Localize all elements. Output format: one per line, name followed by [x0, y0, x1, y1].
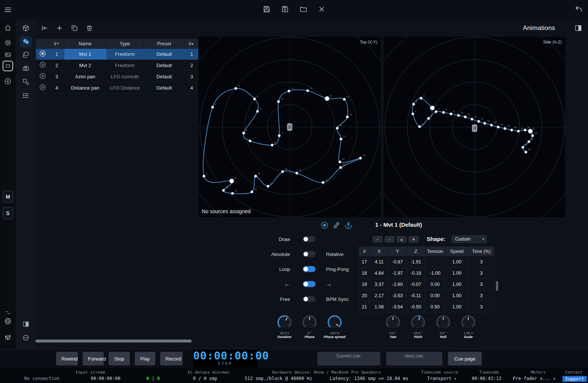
- name-header[interactable]: Name: [64, 39, 106, 49]
- point-row[interactable]: 184.64-1.97-0.18-1.001.003: [359, 268, 494, 279]
- animation-row[interactable]: 2 Mvt 2 Freeform Default 2: [36, 60, 199, 71]
- preset-header[interactable]: Preset: [144, 39, 185, 49]
- row-play-button[interactable]: [39, 75, 46, 81]
- roll-knob[interactable]: 0.0 ° Roll: [432, 314, 454, 339]
- play-column-header: [36, 39, 49, 49]
- row-play-button[interactable]: [39, 87, 46, 92]
- add-animation-icon[interactable]: [56, 24, 63, 32]
- scrollbar-thumb[interactable]: [36, 340, 192, 343]
- solo-button[interactable]: S: [3, 207, 13, 219]
- forward-button[interactable]: Forward: [83, 352, 104, 365]
- sort-number-header[interactable]: #▼: [49, 39, 64, 49]
- open-folder-icon[interactable]: [299, 5, 307, 13]
- add-circle-icon[interactable]: [4, 78, 12, 85]
- move-down-button[interactable]: ▼: [409, 236, 418, 242]
- scale-knob[interactable]: 1.00 × Scale: [457, 314, 479, 339]
- point-row[interactable]: 174.11-0.87-1.911.003: [359, 256, 494, 268]
- type-header[interactable]: Type: [106, 39, 144, 49]
- stream-counters: 0 | 0: [146, 376, 160, 381]
- yaw-knob[interactable]: 0.0 ° Yaw: [382, 314, 404, 339]
- close-icon[interactable]: [318, 5, 326, 13]
- phase-spread-knob[interactable]: 100 % Phase spread: [323, 314, 346, 339]
- row-play-button[interactable]: [39, 53, 46, 58]
- photos-icon[interactable]: [4, 51, 12, 58]
- timecode-value: 00:00:00:00: [193, 350, 258, 362]
- anchor-icon[interactable]: [344, 221, 353, 229]
- center-handle[interactable]: [287, 123, 292, 131]
- cue-page-button[interactable]: Cue page: [448, 352, 482, 365]
- absolute-label: Absolute: [249, 251, 290, 257]
- point-row[interactable]: 193.37-2.60-0.070.001.003: [359, 279, 494, 290]
- animations-spheres-icon[interactable]: [20, 36, 32, 47]
- mixer-icon[interactable]: [4, 334, 12, 341]
- stop-button[interactable]: Stop: [109, 352, 130, 365]
- timecode-source-select[interactable]: Transport ▼: [427, 376, 456, 381]
- save-icon[interactable]: [263, 5, 271, 13]
- top-view-canvas[interactable]: 1234567891011121314151617181920212223242…: [198, 37, 381, 217]
- layers-icon[interactable]: [22, 51, 30, 58]
- globe-icon[interactable]: [4, 317, 12, 325]
- loop-pingpong-toggle[interactable]: [303, 266, 316, 272]
- drawer-icon[interactable]: [22, 334, 30, 341]
- draw-label: Draw: [249, 236, 290, 242]
- panel-split-icon[interactable]: [22, 320, 30, 328]
- spatial-views: 1234567891011121314151617181920212223242…: [198, 37, 588, 217]
- points-scrollbar[interactable]: [496, 281, 498, 291]
- absolute-relative-toggle[interactable]: [303, 251, 316, 257]
- point-row[interactable]: 202.17-3.53-0.110.001.003: [359, 290, 494, 301]
- pitch-knob[interactable]: 24.8 ° Pitch: [407, 314, 429, 339]
- svg-text:19: 19: [363, 154, 365, 157]
- row-play-button[interactable]: [39, 64, 46, 70]
- mute-button[interactable]: M: [3, 191, 13, 203]
- support-button[interactable]: Support: [563, 376, 587, 382]
- rewind-button[interactable]: Rewind: [56, 352, 78, 365]
- add-point-button[interactable]: +: [373, 236, 383, 242]
- points-table: # X Y Z Tension Speed Time (%) 174.11-0.…: [359, 246, 494, 313]
- duration-knob[interactable]: 23.0 s Duration: [273, 314, 296, 339]
- output-header[interactable]: #: [185, 39, 199, 49]
- horizontal-scrollbar[interactable]: [36, 340, 192, 343]
- panel-toggle-icon[interactable]: [575, 24, 582, 32]
- svg-text:14: 14: [487, 120, 490, 122]
- animation-row[interactable]: 3 Azim pan LFO Azimuth Default 3: [36, 71, 199, 82]
- meters-select[interactable]: Pre-fader s... ▼: [513, 376, 555, 381]
- draw-toggle[interactable]: [303, 236, 316, 242]
- save-as-icon[interactable]: [281, 5, 289, 13]
- phase-knob[interactable]: 0 ° Phase: [298, 314, 321, 339]
- toggle-group: Draw Absolute Relative Loop Ping-Pong ← …: [249, 232, 371, 307]
- svg-text:28: 28: [226, 187, 228, 189]
- link-icon[interactable]: [332, 221, 341, 229]
- animations-table-header: #▼ Name Type Preset #: [36, 39, 199, 49]
- stop-circle-icon[interactable]: [320, 221, 329, 229]
- animation-row[interactable]: 1 Mvt 1 Freeform Default 1: [36, 49, 199, 60]
- overflow-icon[interactable]: [4, 310, 12, 315]
- delete-icon[interactable]: [86, 24, 93, 32]
- home-icon[interactable]: [4, 24, 12, 31]
- export-icon[interactable]: [22, 78, 30, 85]
- remove-point-button[interactable]: −: [385, 236, 394, 242]
- current-cue-field[interactable]: Current cue:: [317, 352, 380, 365]
- center-handle[interactable]: [472, 124, 477, 132]
- settings-gear-icon[interactable]: [4, 39, 12, 46]
- direction-toggle[interactable]: [303, 281, 316, 287]
- top-view[interactable]: 1234567891011121314151617181920212223242…: [198, 37, 381, 217]
- svg-text:24: 24: [525, 144, 528, 146]
- move-up-button[interactable]: ▲: [397, 236, 406, 242]
- cube-icon[interactable]: [22, 24, 30, 32]
- play-button[interactable]: Play: [135, 352, 155, 365]
- list-icon[interactable]: [22, 92, 30, 99]
- next-cue-field[interactable]: Next cue:: [386, 352, 442, 365]
- duplicate-icon[interactable]: [71, 24, 78, 32]
- free-bpmsync-toggle[interactable]: [303, 296, 316, 302]
- point-row[interactable]: 211.08-3.54-0.500.501.003: [359, 301, 494, 313]
- side-view[interactable]: 1234567891011121314151617181920212223242…: [384, 37, 565, 217]
- shape-dropdown[interactable]: Custom ▼: [452, 235, 487, 243]
- undo-icon[interactable]: [575, 5, 583, 13]
- collapse-left-icon[interactable]: [41, 24, 48, 32]
- animation-row[interactable]: 4 Distance pan LFO Distance Default 4: [36, 82, 199, 94]
- side-view-canvas[interactable]: 1234567891011121314151617181920212223242…: [384, 37, 565, 217]
- display-page-icon[interactable]: [3, 61, 13, 71]
- in-delays-value: 0 / 0 smp: [193, 376, 217, 381]
- camera-icon[interactable]: [22, 64, 30, 72]
- record-button[interactable]: Record: [160, 352, 183, 365]
